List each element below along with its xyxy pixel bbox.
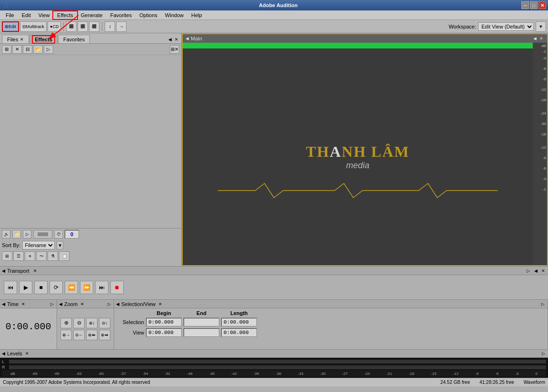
filter-btn[interactable]: ⚗: [48, 251, 58, 261]
waveform-panel: ◀ Main ◀ ✕ THANH LÂM: [182, 33, 548, 266]
zoom-next[interactable]: ⊕➡: [99, 330, 110, 340]
zoom-out-h[interactable]: ⊖: [73, 318, 85, 328]
transport-step-fwd[interactable]: ⏩: [80, 281, 93, 294]
list-view-btn[interactable]: ☰: [13, 251, 24, 261]
transport-step-back[interactable]: ⏪: [65, 281, 78, 294]
multitrack-button[interactable]: ⊟ Multitrack: [20, 21, 47, 32]
selview-title: Selection/View: [121, 301, 156, 307]
tab-favorites[interactable]: Favorites: [58, 35, 90, 43]
menu-window[interactable]: Window: [161, 11, 187, 19]
time-panel: ◀ Time ✕ ▷ 0:00.000: [0, 300, 57, 349]
transport-stop[interactable]: ■: [34, 281, 48, 294]
properties-btn[interactable]: 📋: [59, 251, 69, 261]
toolbar-btn-2[interactable]: ⬛: [78, 21, 88, 32]
menu-generate[interactable]: Generate: [77, 11, 107, 19]
selection-end[interactable]: [184, 318, 219, 326]
toolbar-btn-5[interactable]: →: [116, 21, 127, 32]
levels-panel: ◀ Levels ✕ ▷ L R dB -69 -66 -63 -60: [0, 349, 548, 378]
levels-scale: dB -69 -66 -63 -60 -57 -54 -51 -48 -45 -…: [4, 372, 544, 376]
waveform-panel-menu[interactable]: ◀: [532, 36, 538, 41]
menu-options[interactable]: Options: [136, 11, 161, 19]
toolbar-btn-4[interactable]: ↕: [105, 21, 115, 32]
vol-bar[interactable]: [33, 230, 52, 239]
col-length: Length: [221, 310, 257, 316]
levels-expand[interactable]: ▷: [540, 351, 546, 356]
transport-play-loop[interactable]: ⟳: [49, 281, 63, 294]
workspace-dropdown-btn[interactable]: ▼: [536, 21, 546, 32]
main-panel-title: Main: [191, 36, 202, 41]
level-bar-R-track: [9, 365, 546, 369]
zoom-out-full[interactable]: ⊖←: [73, 330, 85, 340]
menu-view[interactable]: View: [35, 11, 54, 19]
transport-play[interactable]: ▶: [19, 281, 32, 294]
workspace-select[interactable]: Edit View (Default): [478, 22, 534, 31]
counter-display: 0: [65, 230, 79, 239]
tab-effects[interactable]: Effects: [29, 35, 58, 43]
menu-file[interactable]: File: [2, 11, 18, 19]
transport-rewind-start[interactable]: ⏮: [4, 281, 17, 294]
delete-btn[interactable]: ✕: [12, 45, 22, 54]
status-bar: Copyright 1995-2007 Adobe Systems Incorp…: [0, 378, 548, 386]
play-btn[interactable]: ▷: [44, 45, 53, 54]
zoom-in-v[interactable]: ⊕↕: [86, 318, 98, 328]
view-end[interactable]: [184, 328, 219, 337]
selection-begin[interactable]: 0:00.000: [146, 318, 182, 326]
open-file-btn[interactable]: 📁: [12, 230, 21, 239]
waveform-content: THANH LÂM media: [183, 43, 533, 265]
transport-forward-end[interactable]: ⏭: [95, 281, 108, 294]
tab-files[interactable]: Files ✕: [2, 35, 29, 43]
time-expand[interactable]: ▷: [49, 301, 55, 307]
open-btn[interactable]: 📂: [33, 45, 43, 54]
zoom-out-v[interactable]: ⊖↕: [99, 318, 110, 328]
level-bar-L-track: [9, 360, 546, 363]
waveform-panel-expand[interactable]: ✕: [538, 36, 544, 41]
menu-favorites[interactable]: Favorites: [107, 11, 136, 19]
toolbar-btn-1[interactable]: ⬛: [66, 21, 77, 32]
menu-edit[interactable]: Edit: [18, 11, 35, 19]
view-length[interactable]: 0:00.000: [221, 328, 257, 337]
cd-button[interactable]: ● CD: [48, 21, 61, 32]
edit-view-button[interactable]: ⊞ Edit: [2, 21, 19, 32]
zoom-in-h[interactable]: ⊕: [60, 318, 72, 328]
panel-close-btn[interactable]: ✕: [174, 37, 179, 42]
minimize-button[interactable]: ─: [521, 1, 529, 9]
close-button[interactable]: ✕: [538, 1, 546, 9]
left-panel-bottom: 🔊 📁 ▷ ⏱ 0 Sort By: Filename Type Duratio…: [0, 228, 181, 266]
grid-view-btn[interactable]: ⊞: [2, 251, 12, 261]
transport-controls: ⏮ ▶ ■ ⟳ ⏪ ⏩ ⏭ ⏺: [0, 275, 548, 299]
sort-dropdown-btn[interactable]: ▼: [57, 241, 63, 249]
maximize-button[interactable]: □: [530, 1, 538, 9]
level-bar-R: R: [2, 365, 546, 370]
sort-select[interactable]: Filename Type Duration: [22, 241, 55, 249]
watermark-subtitle: media: [346, 161, 369, 171]
view-begin[interactable]: 0:00.000: [146, 328, 182, 337]
toolbar-separator-2: [102, 22, 102, 31]
waveform-panel-header: ◀ Main ◀ ✕: [183, 34, 547, 43]
tab-files-close[interactable]: ✕: [20, 37, 24, 42]
left-audio-controls: 🔊 📁 ▷ ⏱ 0: [0, 229, 181, 240]
selection-length[interactable]: 0:00.000: [221, 318, 257, 326]
detail-view-btn[interactable]: ≡: [25, 251, 35, 261]
transport-close[interactable]: ✕: [540, 268, 546, 274]
transport-expand[interactable]: ▷: [525, 268, 531, 274]
zoom-full[interactable]: ⊕→: [60, 330, 72, 340]
menu-help[interactable]: Help: [187, 11, 206, 19]
time-display: 0:00.000: [0, 308, 57, 349]
menu-bar: File Edit View Effects Generate Favorite…: [0, 10, 548, 20]
disk-free: 24.52 GB free: [440, 380, 470, 385]
zoom-expand[interactable]: ▷: [106, 301, 112, 307]
new-btn[interactable]: ⊟: [23, 45, 32, 54]
view-options-btn[interactable]: ⊞✕: [170, 45, 179, 54]
import-btn[interactable]: ⊞: [2, 45, 11, 54]
toolbar-btn-3[interactable]: ⬛: [89, 21, 99, 32]
volume-icon: 🔊: [2, 230, 10, 239]
waveform-display[interactable]: THANH LÂM media: [183, 48, 533, 265]
loop-btn[interactable]: ▷: [23, 230, 31, 239]
waveform-view-btn[interactable]: 〜: [36, 251, 47, 261]
zoom-prev[interactable]: ⊕⬅: [86, 330, 98, 340]
transport-pin[interactable]: ◀: [533, 268, 538, 274]
transport-record[interactable]: ⏺: [110, 281, 124, 294]
selview-expand[interactable]: ▷: [540, 301, 546, 307]
panel-menu-btn[interactable]: ◀: [167, 37, 173, 42]
menu-effects[interactable]: Effects: [53, 11, 77, 19]
